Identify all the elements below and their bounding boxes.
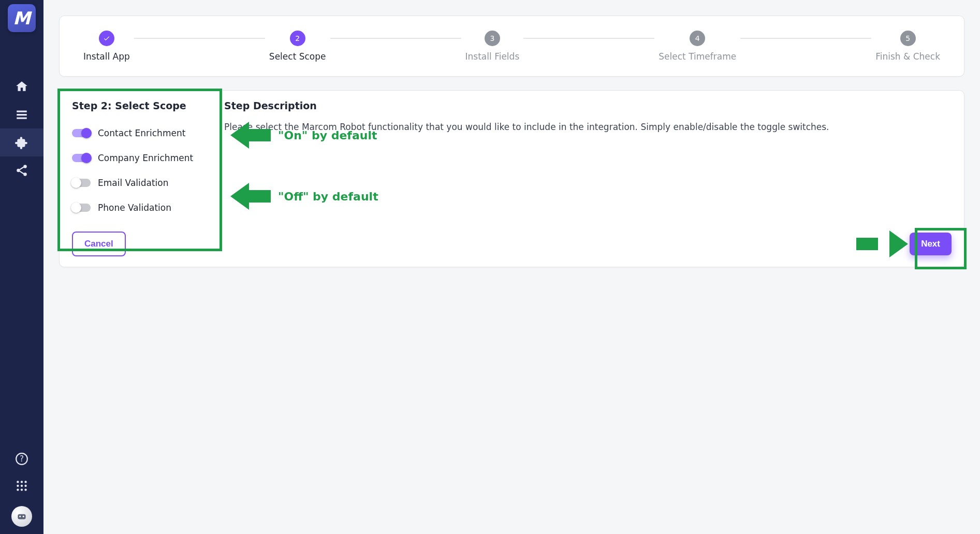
step-label: Install App: [83, 51, 130, 62]
toggle-label: Email Validation: [98, 178, 169, 188]
svg-point-16: [23, 515, 24, 517]
toggle-contact-enrichment: Contact Enrichment: [72, 121, 193, 146]
step-select-timeframe[interactable]: 4 Select Timeframe: [659, 31, 736, 62]
step-select-scope[interactable]: 2 Select Scope: [269, 31, 326, 62]
toggle-switch[interactable]: [72, 204, 91, 212]
step-install-fields[interactable]: 3 Install Fields: [465, 31, 520, 62]
toggle-phone-validation: Phone Validation: [72, 195, 193, 220]
home-icon: [15, 80, 28, 93]
sidebar-item-share[interactable]: [0, 156, 43, 184]
sidebar-item-menu[interactable]: [0, 100, 43, 128]
bot-avatar[interactable]: [11, 506, 32, 527]
step-install-app[interactable]: Install App: [83, 31, 130, 62]
svg-point-8: [17, 485, 19, 487]
sidebar-bottom: ?: [11, 452, 32, 527]
cancel-button[interactable]: Cancel: [72, 232, 126, 256]
bot-face-icon: [15, 510, 28, 523]
svg-point-10: [24, 485, 26, 487]
svg-point-2: [23, 172, 27, 176]
next-button[interactable]: Next: [910, 233, 952, 255]
check-icon: [103, 35, 110, 42]
sidebar-item-help[interactable]: ?: [11, 452, 32, 466]
svg-point-11: [17, 488, 19, 490]
svg-rect-14: [18, 514, 25, 519]
svg-text:?: ?: [20, 454, 24, 464]
wizard-stepper: Install App 2 Select Scope 3 Install Fie…: [59, 16, 964, 77]
main-content: Install App 2 Select Scope 3 Install Fie…: [43, 0, 980, 267]
toggle-switch[interactable]: [72, 154, 91, 162]
step-description-column: Step Description Please select the Marco…: [224, 100, 952, 220]
step-connector: [330, 38, 461, 39]
step-circle: 2: [290, 31, 305, 46]
svg-point-15: [19, 515, 21, 517]
step-label: Select Scope: [269, 51, 326, 62]
step-label: Select Timeframe: [659, 51, 736, 62]
app-logo[interactable]: M: [8, 4, 36, 32]
toggle-email-validation: Email Validation: [72, 170, 193, 195]
toggle-company-enrichment: Company Enrichment: [72, 146, 193, 170]
svg-point-5: [17, 481, 19, 483]
sidebar-nav: [0, 73, 43, 184]
step-circle: 5: [900, 31, 916, 46]
toggle-label: Contact Enrichment: [98, 128, 185, 138]
form-actions: Cancel Next: [72, 232, 952, 256]
step-label: Finish & Check: [875, 51, 940, 62]
scope-title: Step 2: Select Scope: [72, 100, 193, 111]
scope-form-card: Step 2: Select Scope Contact Enrichment …: [59, 90, 964, 267]
sidebar-item-apps[interactable]: [11, 479, 32, 493]
puzzle-icon: [15, 136, 28, 149]
step-label: Install Fields: [465, 51, 520, 62]
toggle-switch[interactable]: [72, 179, 91, 187]
svg-point-9: [21, 485, 23, 487]
svg-point-0: [17, 169, 20, 172]
menu-icon: [15, 108, 28, 121]
step-connector: [740, 38, 871, 39]
share-icon: [15, 164, 28, 177]
grid-dots-icon: [15, 479, 28, 493]
sidebar-item-home[interactable]: [0, 73, 43, 100]
sidebar-item-integrations[interactable]: [0, 128, 43, 156]
step-circle: 4: [690, 31, 705, 46]
svg-point-1: [23, 165, 27, 168]
svg-point-13: [24, 488, 26, 490]
app-logo-mark: M: [13, 8, 31, 28]
help-icon: ?: [15, 452, 28, 466]
step-description-text: Please select the Marcom Robot functiona…: [224, 121, 952, 134]
svg-point-12: [21, 488, 23, 490]
toggle-label: Phone Validation: [98, 203, 171, 213]
step-circle: 3: [485, 31, 500, 46]
step-connector: [523, 38, 654, 39]
scope-toggles-column: Step 2: Select Scope Contact Enrichment …: [72, 100, 193, 220]
toggle-switch[interactable]: [72, 129, 91, 137]
step-circle: [99, 31, 114, 46]
toggle-label: Company Enrichment: [98, 153, 193, 163]
step-finish-check[interactable]: 5 Finish & Check: [875, 31, 940, 62]
svg-point-7: [24, 481, 26, 483]
svg-point-6: [21, 481, 23, 483]
step-connector: [134, 38, 265, 39]
sidebar: M ?: [0, 0, 43, 534]
step-description-title: Step Description: [224, 100, 952, 111]
